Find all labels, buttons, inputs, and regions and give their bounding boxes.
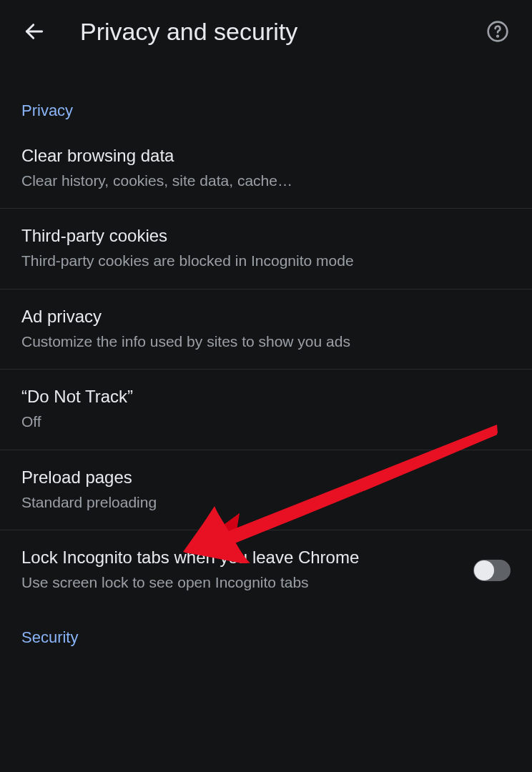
lock-incognito-toggle[interactable] bbox=[473, 560, 511, 581]
toggle-knob bbox=[474, 560, 494, 580]
section-header-security: Security bbox=[0, 610, 532, 655]
setting-text: “Do Not Track” Off bbox=[21, 387, 511, 432]
setting-text: Ad privacy Customize the info used by si… bbox=[21, 307, 511, 352]
setting-title: Clear browsing data bbox=[21, 146, 511, 166]
setting-ad-privacy[interactable]: Ad privacy Customize the info used by si… bbox=[0, 290, 532, 370]
setting-clear-browsing-data[interactable]: Clear browsing data Clear history, cooki… bbox=[0, 129, 532, 209]
help-icon bbox=[486, 20, 509, 43]
setting-subtitle: Off bbox=[21, 411, 511, 432]
setting-lock-incognito-tabs[interactable]: Lock Incognito tabs when you leave Chrom… bbox=[0, 530, 532, 610]
setting-title: “Do Not Track” bbox=[21, 387, 511, 407]
setting-title: Ad privacy bbox=[21, 307, 511, 327]
setting-text: Third-party cookies Third-party cookies … bbox=[21, 226, 511, 271]
back-arrow-icon bbox=[23, 20, 46, 43]
privacy-section: Privacy Clear browsing data Clear histor… bbox=[0, 69, 532, 610]
svg-point-2 bbox=[497, 36, 498, 37]
setting-third-party-cookies[interactable]: Third-party cookies Third-party cookies … bbox=[0, 209, 532, 289]
setting-title: Third-party cookies bbox=[21, 226, 511, 246]
setting-text: Preload pages Standard preloading bbox=[21, 467, 511, 513]
page-title: Privacy and security bbox=[80, 18, 452, 46]
setting-title: Preload pages bbox=[21, 467, 511, 488]
section-header-privacy: Privacy bbox=[0, 83, 532, 129]
setting-subtitle: Third-party cookies are blocked in Incog… bbox=[21, 250, 511, 271]
back-button[interactable] bbox=[17, 14, 51, 49]
setting-preload-pages[interactable]: Preload pages Standard preloading bbox=[0, 450, 532, 530]
setting-subtitle: Customize the info used by sites to show… bbox=[21, 331, 511, 352]
setting-subtitle: Clear history, cookies, site data, cache… bbox=[21, 170, 511, 191]
app-header: Privacy and security bbox=[0, 0, 532, 69]
setting-do-not-track[interactable]: “Do Not Track” Off bbox=[0, 370, 532, 450]
setting-text: Clear browsing data Clear history, cooki… bbox=[21, 146, 511, 191]
setting-subtitle: Standard preloading bbox=[21, 492, 511, 513]
setting-title: Lock Incognito tabs when you leave Chrom… bbox=[21, 548, 459, 568]
setting-text: Lock Incognito tabs when you leave Chrom… bbox=[21, 548, 459, 593]
setting-subtitle: Use screen lock to see open Incognito ta… bbox=[21, 572, 459, 593]
help-button[interactable] bbox=[481, 14, 515, 49]
